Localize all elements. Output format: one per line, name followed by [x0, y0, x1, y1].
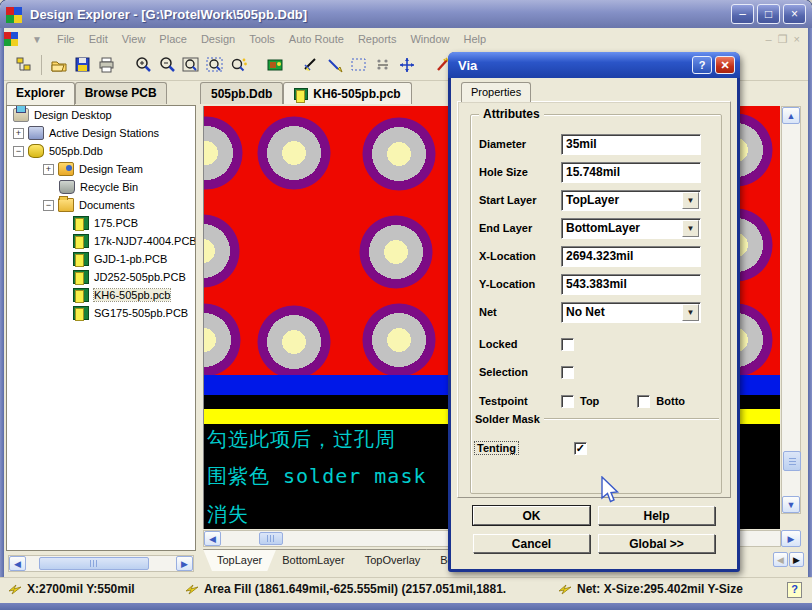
document-menu-icon[interactable]: [4, 31, 20, 47]
testpoint-top-checkbox[interactable]: [561, 395, 574, 408]
via-pad[interactable]: [203, 214, 240, 288]
menu-auto-route[interactable]: Auto Route: [282, 30, 351, 48]
tree-item-jd252[interactable]: JD252-505pb.PCB: [7, 268, 195, 286]
open-icon[interactable]: [47, 53, 71, 77]
menu-place[interactable]: Place: [152, 30, 194, 48]
menu-window[interactable]: Window: [403, 30, 456, 48]
minimize-button[interactable]: –: [731, 4, 754, 24]
doc-tab-505pb-ddb[interactable]: 505pb.Ddb: [200, 82, 283, 104]
crossprobe-icon[interactable]: [371, 53, 395, 77]
tab-scroll-right-icon[interactable]: ▶: [789, 552, 804, 567]
menu-drop-arrow-icon[interactable]: ▼: [24, 34, 50, 45]
dialog-close-icon[interactable]: ✕: [715, 56, 735, 74]
zoom-out-icon[interactable]: [155, 53, 179, 77]
collapse-minus-icon[interactable]: −: [43, 200, 54, 211]
status-help-icon[interactable]: ?: [787, 582, 802, 598]
zoom-window-icon[interactable]: [179, 53, 203, 77]
zoom-in-icon[interactable]: [131, 53, 155, 77]
diameter-field[interactable]: [561, 134, 701, 155]
layer-tab-bottomlayer[interactable]: BottomLayer: [268, 549, 358, 571]
menu-design[interactable]: Design: [194, 30, 242, 48]
tree-item-documents[interactable]: − Documents: [7, 196, 195, 214]
maximize-button[interactable]: □: [757, 4, 780, 24]
dialog-help-icon[interactable]: ?: [692, 56, 712, 74]
menu-help[interactable]: Help: [457, 30, 494, 48]
tree-item-active-design-stations[interactable]: + Active Design Stations: [7, 124, 195, 142]
menu-file[interactable]: File: [50, 30, 82, 48]
tab-properties[interactable]: Properties: [461, 82, 531, 102]
layer-tab-topoverlay[interactable]: TopOverlay: [351, 549, 435, 571]
global-button[interactable]: Global >>: [598, 534, 715, 553]
knife-icon[interactable]: [299, 53, 323, 77]
ok-button[interactable]: OK: [473, 506, 590, 525]
via-dialog-title-bar[interactable]: Via ? ✕: [448, 52, 740, 78]
design-explorer-window: Design Explorer - [G:\ProtelWork\505pb.D…: [0, 0, 812, 610]
via-pad[interactable]: [257, 116, 331, 190]
locked-checkbox[interactable]: [561, 338, 574, 351]
tab-browse-pcb[interactable]: Browse PCB: [75, 82, 167, 104]
move-icon[interactable]: [395, 53, 419, 77]
expand-plus-icon[interactable]: +: [13, 128, 24, 139]
status-bolt-icon: [185, 582, 199, 596]
annotation-line-2: 围紫色 solder mask: [207, 463, 427, 490]
end-layer-select[interactable]: BottomLayer ▼: [561, 218, 701, 239]
zoom-point-icon[interactable]: [227, 53, 251, 77]
via-pad[interactable]: [257, 305, 331, 379]
child-window-controls[interactable]: –❐×: [766, 33, 808, 46]
tree-item-gjd-1-pb[interactable]: GJD-1-pb.PCB: [7, 250, 195, 268]
design-manager-icon[interactable]: [12, 53, 36, 77]
chevron-down-icon[interactable]: ▼: [682, 304, 699, 321]
tree-horizontal-scrollbar[interactable]: ◀ ▶: [8, 555, 194, 572]
close-button[interactable]: ×: [783, 4, 806, 24]
tree-item-sg175[interactable]: SG175-505pb.PCB: [7, 304, 195, 322]
cancel-button[interactable]: Cancel: [473, 534, 590, 553]
selection-checkbox[interactable]: [561, 366, 574, 379]
tree-item-kh6-505pb[interactable]: KH6-505pb.pcb: [7, 286, 195, 304]
tab-explorer[interactable]: Explorer: [6, 82, 75, 105]
testpoint-bottom-checkbox[interactable]: [637, 395, 650, 408]
line-icon[interactable]: [323, 53, 347, 77]
menu-reports[interactable]: Reports: [351, 30, 404, 48]
group-label: Attributes: [479, 107, 544, 121]
expand-plus-icon[interactable]: +: [43, 164, 54, 175]
hole-size-field[interactable]: [561, 162, 701, 183]
y-location-field[interactable]: [561, 274, 701, 295]
via-pad[interactable]: [203, 303, 241, 377]
selection-icon[interactable]: [347, 53, 371, 77]
x-location-field[interactable]: [561, 246, 701, 267]
menu-edit[interactable]: Edit: [82, 30, 115, 48]
scroll-right-icon[interactable]: ▶: [781, 530, 801, 547]
tree-item-design-team[interactable]: + Design Team: [7, 160, 195, 178]
menu-tools[interactable]: Tools: [242, 30, 282, 48]
via-pad[interactable]: [362, 117, 436, 191]
tree-item-175-pcb[interactable]: 175.PCB: [7, 214, 195, 232]
doc-tab-kh6-505pb[interactable]: KH6-505pb.pcb: [283, 82, 411, 104]
zoom-area-icon[interactable]: [203, 53, 227, 77]
tab-scroll-left-icon[interactable]: ◀: [773, 552, 788, 567]
print-icon[interactable]: [95, 53, 119, 77]
start-layer-select[interactable]: TopLayer ▼: [561, 190, 701, 211]
scroll-left-icon[interactable]: ◀: [204, 531, 221, 546]
collapse-minus-icon[interactable]: −: [13, 146, 24, 157]
save-icon[interactable]: [71, 53, 95, 77]
scroll-left-icon[interactable]: ◀: [9, 556, 26, 571]
scroll-down-icon[interactable]: ▼: [782, 496, 800, 513]
tree-item-design-desktop[interactable]: Design Desktop: [7, 106, 195, 124]
bitmap-icon[interactable]: [263, 53, 287, 77]
tree-item-505pb-ddb[interactable]: − 505pb.Ddb: [7, 142, 195, 160]
menu-view[interactable]: View: [115, 30, 153, 48]
via-pad[interactable]: [359, 215, 433, 289]
scroll-right-icon[interactable]: ▶: [176, 556, 193, 571]
chevron-down-icon[interactable]: ▼: [682, 192, 699, 209]
help-button[interactable]: Help: [598, 506, 715, 525]
tenting-checkbox[interactable]: ✓: [574, 442, 587, 455]
scroll-up-icon[interactable]: ▲: [782, 107, 800, 124]
net-select[interactable]: No Net ▼: [561, 302, 701, 323]
layer-tab-toplayer[interactable]: TopLayer: [203, 549, 276, 571]
canvas-vertical-scrollbar[interactable]: ▲ ▼: [781, 106, 801, 514]
chevron-down-icon[interactable]: ▼: [682, 220, 699, 237]
via-pad[interactable]: [362, 303, 436, 377]
via-pad[interactable]: [203, 116, 243, 190]
tree-item-17k-njd7[interactable]: 17k-NJD7-4004.PCB: [7, 232, 195, 250]
tree-item-recycle-bin[interactable]: Recycle Bin: [7, 178, 195, 196]
